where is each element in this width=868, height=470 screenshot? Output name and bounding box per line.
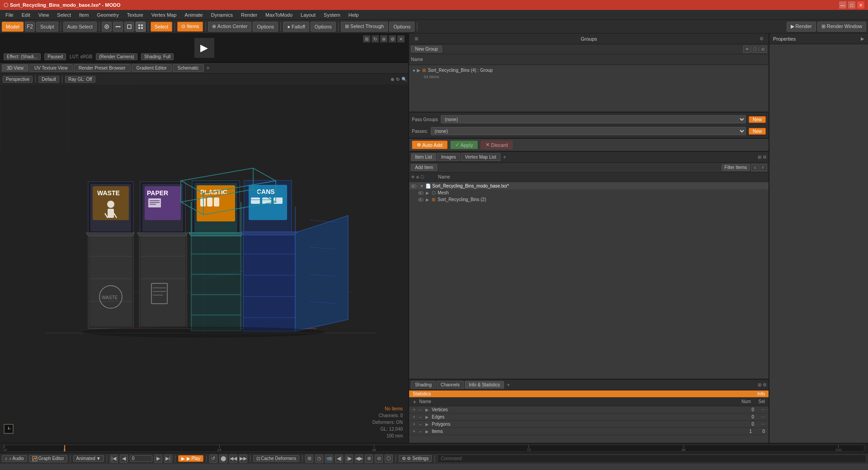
select-mode-polygon-button[interactable] xyxy=(124,22,134,32)
item-list-icon-s[interactable]: S xyxy=(751,164,759,171)
frame-input[interactable] xyxy=(130,455,152,462)
step-back-button[interactable]: ◀ xyxy=(120,455,128,463)
groups-icon-3[interactable]: ⊞ xyxy=(760,46,767,53)
stats-edges-minus[interactable]: – xyxy=(419,414,424,419)
render-window-button[interactable]: ⊞ Render Window xyxy=(817,22,866,32)
stats-polygons-plus[interactable]: + xyxy=(413,422,417,427)
filter-items-button[interactable]: Filter Items xyxy=(722,164,750,171)
model-mode-button[interactable]: Model xyxy=(2,22,24,32)
tab-shading[interactable]: Shading xyxy=(411,381,436,389)
minimize-button[interactable]: — xyxy=(839,1,846,9)
settings-button[interactable]: ⚙ ⚙ Settings xyxy=(399,455,432,462)
preview-maximize-icon[interactable]: ⊞ xyxy=(363,35,370,42)
vp-default-button[interactable]: Default xyxy=(38,76,59,83)
sculpt-button[interactable]: Sculpt xyxy=(36,22,58,32)
stats-edges-plus[interactable]: + xyxy=(413,414,417,419)
add-viewport-tab-button[interactable]: + xyxy=(205,65,212,71)
stats-items-expand[interactable]: ▶ xyxy=(425,429,430,434)
item-list-icon-f[interactable]: F xyxy=(760,164,767,171)
menu-item-animate[interactable]: Animate xyxy=(181,11,206,19)
item-mesh[interactable]: ▶ ⬡ Mesh xyxy=(409,189,769,196)
stats-edges-expand[interactable]: ▶ xyxy=(425,415,430,419)
select-mode-edge-button[interactable] xyxy=(113,22,123,32)
preview-zoom-icon[interactable]: ⊕ xyxy=(380,35,387,42)
groups-icon-2[interactable]: ☐ xyxy=(751,46,759,53)
select-through-options-button[interactable]: Options xyxy=(389,22,415,32)
effect-button[interactable]: Effect: (Shadi... xyxy=(4,53,41,60)
vp-perspective-button[interactable]: Perspective xyxy=(3,76,33,83)
tab-images[interactable]: Images xyxy=(437,153,460,161)
prev-key-icon[interactable]: ◀◀ xyxy=(229,455,237,463)
groups-icon-1[interactable]: 👁 xyxy=(743,46,750,53)
menu-item-layout[interactable]: Layout xyxy=(297,11,319,19)
go-to-start-button[interactable]: |◀ xyxy=(110,455,118,463)
stats-vertices-expand[interactable]: ▶ xyxy=(425,408,430,412)
item-group-expand[interactable]: ▶ xyxy=(425,197,429,202)
select-button[interactable]: Select xyxy=(151,22,173,32)
menu-item-geometry[interactable]: Geometry xyxy=(93,11,122,19)
3d-viewport[interactable]: Perspective Default Ray GL: Off ⊕ ↻ 🔍 ⚙ xyxy=(0,74,408,443)
groups-settings-icon[interactable]: ⚙ xyxy=(758,35,765,42)
render-camera-button[interactable]: (Render Camera) xyxy=(96,53,137,60)
falloff-button[interactable]: ● Falloff xyxy=(283,22,309,32)
loop-icon[interactable]: ↺ xyxy=(209,455,217,463)
go-to-end-button[interactable]: ▶| xyxy=(164,455,172,463)
action-center-options-button[interactable]: Options xyxy=(253,22,278,32)
stats-add-button[interactable]: + xyxy=(413,398,416,405)
tab-vertex-map-list[interactable]: Vertex Map List xyxy=(461,153,500,161)
vp-icon-snap[interactable]: ⊕ xyxy=(391,75,394,83)
stats-polygons-expand[interactable]: ▶ xyxy=(425,422,430,427)
extra-icon-9[interactable]: ⬡ xyxy=(385,455,393,463)
tab-3d-view[interactable]: 3D View xyxy=(2,64,28,72)
stats-polygons-dots[interactable]: ··· xyxy=(756,422,765,427)
add-stats-tab-button[interactable]: + xyxy=(505,382,512,388)
stats-items-minus[interactable]: – xyxy=(419,429,424,434)
command-input[interactable]: Command xyxy=(438,455,866,463)
select-mode-vertex-button[interactable] xyxy=(102,22,112,32)
menu-item-view[interactable]: View xyxy=(35,11,53,19)
select-mode-item-button[interactable] xyxy=(136,22,146,32)
menu-item-select[interactable]: Select xyxy=(53,11,75,19)
tab-channels[interactable]: Channels xyxy=(437,381,464,389)
items-button[interactable]: ⊙ Items xyxy=(177,22,203,32)
falloff-options-button[interactable]: Options xyxy=(311,22,336,32)
preview-play-button[interactable]: ▶ xyxy=(194,38,214,58)
group-item-sort-recycling-bins[interactable]: ● ▶ ⊞ Sort_Recycling_Bins (4) : Group xyxy=(413,67,765,74)
auto-add-button[interactable]: ⊕ Auto Add xyxy=(412,141,448,149)
stats-vertices-minus[interactable]: – xyxy=(419,407,424,412)
preview-refresh-icon[interactable]: ↻ xyxy=(372,35,379,42)
extra-icon-2[interactable]: ◷ xyxy=(315,455,323,463)
menu-item-system[interactable]: System xyxy=(320,11,344,19)
vp-icon-rotate[interactable]: ↻ xyxy=(396,75,400,83)
cache-deformers-button[interactable]: ⊡ Cache Deformers xyxy=(253,455,299,462)
discard-button[interactable]: ✕ Discard xyxy=(481,141,513,149)
tab-info-statistics[interactable]: Info & Statistics xyxy=(465,381,504,389)
close-button[interactable]: ✕ xyxy=(857,1,864,9)
item-expand-1[interactable]: ▼ xyxy=(420,184,424,188)
item-list-expand-button[interactable]: ⊞ ⚙ xyxy=(758,155,767,160)
properties-arrow-icon[interactable]: ▶ xyxy=(861,36,864,41)
stats-edges-dots[interactable]: ··· xyxy=(756,414,765,419)
extra-icon-7[interactable]: ⊕ xyxy=(365,455,373,463)
preview-close-icon[interactable]: ✕ xyxy=(397,35,405,42)
group-expand-icon[interactable]: ▶ xyxy=(417,68,420,73)
add-item-list-tab-button[interactable]: + xyxy=(501,154,508,160)
vp-icon-zoom[interactable]: 🔍 xyxy=(401,75,407,83)
preview-settings-icon[interactable]: ⚙ xyxy=(389,35,396,42)
next-key-icon[interactable]: ▶▶ xyxy=(239,455,247,463)
menu-item-item[interactable]: Item xyxy=(75,11,92,19)
f2-button[interactable]: F2 xyxy=(25,22,35,32)
tab-schematic[interactable]: Schematic xyxy=(173,64,204,72)
render-button[interactable]: ▶ Render xyxy=(787,22,816,32)
select-through-button[interactable]: ⊞ Select Through xyxy=(341,22,388,32)
stats-vertices-plus[interactable]: + xyxy=(413,407,417,412)
passes-dropdown[interactable]: (none) xyxy=(431,127,746,135)
vp-ray-gl-button[interactable]: Ray GL: Off xyxy=(65,76,95,83)
menu-item-help[interactable]: Help xyxy=(345,11,363,19)
step-forward-button[interactable]: ▶ xyxy=(154,455,162,463)
timeline-cursor[interactable] xyxy=(64,445,65,451)
tab-item-list[interactable]: Item List xyxy=(411,153,436,161)
stats-vertices-dots[interactable]: ··· xyxy=(756,407,765,412)
extra-icon-5[interactable]: |▶ xyxy=(345,455,353,463)
menu-item-render[interactable]: Render xyxy=(237,11,261,19)
